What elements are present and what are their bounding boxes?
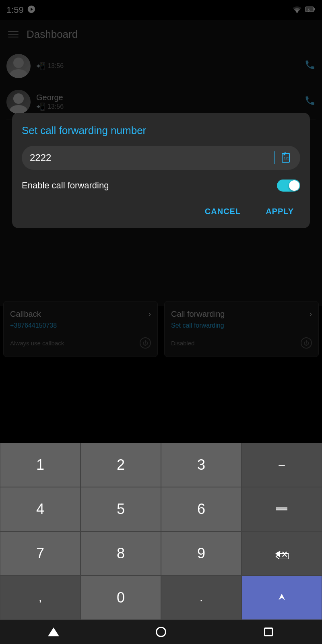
key-4[interactable]: 4	[0, 487, 80, 531]
key-1[interactable]: 1	[0, 443, 80, 487]
cancel-button[interactable]: CANCEL	[198, 203, 247, 220]
call-forwarding-dialog: Set call forwarding number 123 Enable ca…	[12, 113, 310, 228]
enable-toggle[interactable]	[277, 180, 300, 192]
back-icon	[48, 627, 59, 636]
key-5[interactable]: 5	[80, 487, 161, 531]
key-7[interactable]: 7	[0, 531, 80, 576]
dialog-actions: CANCEL APPLY	[22, 203, 300, 220]
phone-number-input[interactable]	[30, 152, 269, 163]
phone-input-wrapper[interactable]: 123	[22, 146, 300, 170]
recent-icon	[264, 627, 273, 636]
key-0[interactable]: 0	[80, 576, 161, 620]
apply-button[interactable]: APPLY	[259, 203, 300, 220]
key-8[interactable]: 8	[80, 531, 161, 576]
key-enter[interactable]	[242, 576, 322, 620]
key-9[interactable]: 9	[161, 531, 242, 576]
enable-forwarding-row: Enable call forwarding	[22, 180, 300, 192]
home-icon	[156, 627, 166, 637]
key-3[interactable]: 3	[161, 443, 242, 487]
key-row-4: , 0 .	[0, 576, 322, 620]
key-space[interactable]	[242, 487, 322, 531]
key-6[interactable]: 6	[161, 487, 242, 531]
dialog-title: Set call forwarding number	[22, 124, 300, 138]
key-backspace[interactable]	[242, 531, 322, 576]
key-comma[interactable]: ,	[0, 576, 80, 620]
recent-button[interactable]	[256, 624, 281, 640]
key-period[interactable]: .	[161, 576, 242, 620]
input-divider	[274, 151, 275, 164]
toggle-thumb	[289, 180, 299, 191]
key-row-2: 4 5 6	[0, 487, 322, 531]
home-button[interactable]	[149, 624, 173, 640]
key-2[interactable]: 2	[80, 443, 161, 487]
phone-keyboard-icon: 123	[279, 151, 292, 164]
back-button[interactable]	[41, 624, 66, 640]
key-minus[interactable]: –	[242, 443, 322, 487]
key-row-3: 7 8 9	[0, 531, 322, 576]
key-row-1: 1 2 3 –	[0, 443, 322, 487]
svg-text:123: 123	[284, 156, 290, 160]
enable-label: Enable call forwarding	[22, 180, 109, 191]
nav-bar	[0, 620, 322, 644]
numeric-keyboard: 1 2 3 – 4 5 6 7 8 9 , 0 .	[0, 443, 322, 620]
